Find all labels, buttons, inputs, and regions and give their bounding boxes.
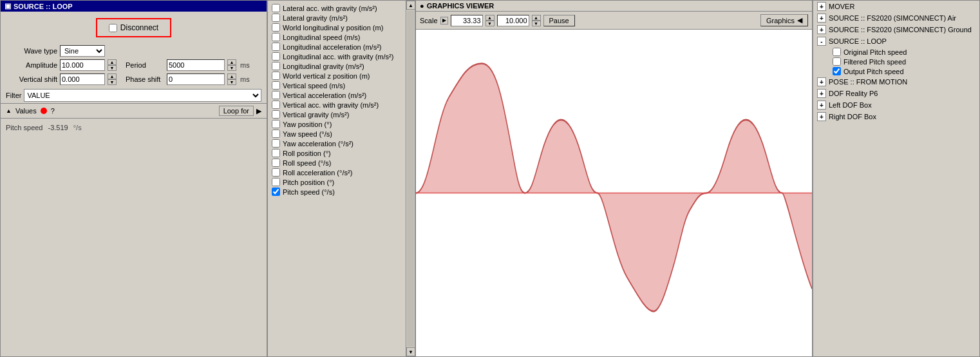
- scale-input-1[interactable]: [451, 15, 483, 26]
- tree-item-dof-reality-p6[interactable]: +DOF Reality P6: [813, 88, 979, 99]
- period-down[interactable]: ▼: [227, 65, 236, 71]
- checkbox-5[interactable]: [272, 52, 280, 61]
- list-item: Vertical acceleration (m/s²): [270, 90, 403, 100]
- checkbox-8[interactable]: [272, 81, 280, 90]
- tree-item-mover[interactable]: +MOVER: [813, 1, 979, 12]
- form-area: Wave type Sine Square Triangle Sawtooth …: [1, 43, 267, 88]
- values-left: ▲ Values ?: [6, 107, 55, 115]
- scale-spinner-2: ▲ ▼: [532, 15, 541, 26]
- checkbox-9[interactable]: [272, 91, 280, 99]
- tree-item-source-fs2020-ground[interactable]: +SOURCE :: FS2020 (SIMCONNECT) Ground: [813, 24, 979, 35]
- checkbox-6[interactable]: [272, 62, 280, 70]
- phase-shift-unit: ms: [240, 75, 250, 83]
- period-input[interactable]: [167, 59, 225, 71]
- sub-checkbox-2[interactable]: [833, 67, 841, 75]
- checkbox-18[interactable]: [272, 178, 280, 186]
- play-button[interactable]: ▶: [440, 17, 448, 24]
- checkbox-17[interactable]: [272, 168, 280, 177]
- checkbox-11[interactable]: [272, 110, 280, 119]
- scale-down-2[interactable]: ▼: [532, 21, 541, 26]
- scroll-down-button[interactable]: ▼: [406, 347, 415, 356]
- right-panel: +MOVER+SOURCE :: FS2020 (SIMCONNECT) Air…: [813, 0, 980, 357]
- loop-for-button[interactable]: Loop for: [219, 106, 254, 116]
- vertical-scrollbar[interactable]: ▲ ▼: [406, 1, 415, 356]
- scale-input-2[interactable]: [497, 15, 529, 26]
- expand-icon-pose-from-motion[interactable]: +: [817, 77, 826, 86]
- expand-icon-mover[interactable]: +: [817, 2, 826, 11]
- loop-arrow-icon: ▶: [256, 107, 261, 115]
- scroll-thumb[interactable]: [407, 10, 414, 347]
- scale-label: Scale: [420, 17, 438, 24]
- checkbox-label-10: Vertical acc. with gravity (m/s²): [283, 101, 379, 109]
- amplitude-up[interactable]: ▲: [108, 59, 117, 65]
- checkbox-12[interactable]: [272, 120, 280, 128]
- checkbox-1[interactable]: [272, 14, 280, 22]
- list-item: Pitch speed (°/s): [270, 187, 403, 197]
- list-item: Yaw speed (°/s): [270, 129, 403, 139]
- phase-shift-input[interactable]: [167, 73, 225, 85]
- checkbox-3[interactable]: [272, 33, 280, 41]
- expand-icon-source-loop[interactable]: -: [817, 37, 826, 46]
- tree-check-item-2: Output Pitch speed: [813, 66, 979, 76]
- list-item: Vertical speed (m/s): [270, 81, 403, 90]
- expand-icon-right-dof-box[interactable]: +: [817, 112, 826, 121]
- checkbox-label-2: World longitudinal y position (m): [283, 24, 383, 32]
- filter-select[interactable]: VALUE LOWPASS HIGHPASS: [24, 89, 261, 102]
- disconnect-area: Disconnect: [1, 12, 267, 43]
- vertical-shift-input[interactable]: [60, 73, 105, 85]
- graphics-viewer-title: GRAPHICS VIEWER: [427, 2, 495, 10]
- wave-type-select[interactable]: Sine Square Triangle Sawtooth: [60, 45, 105, 57]
- question-mark[interactable]: ?: [51, 107, 55, 115]
- checkbox-19[interactable]: [272, 188, 280, 196]
- expand-icon-left-dof-box[interactable]: +: [817, 101, 826, 110]
- sub-checkbox-0[interactable]: [833, 48, 841, 56]
- list-item: World vertical z position (m): [270, 71, 403, 81]
- graphics-title-bar: ● GRAPHICS VIEWER: [416, 1, 812, 12]
- sub-label-0: Original Pitch speed: [843, 48, 907, 56]
- checkbox-15[interactable]: [272, 149, 280, 157]
- tree-item-pose-from-motion[interactable]: +POSE :: FROM MOTION: [813, 76, 979, 88]
- phase-shift-up[interactable]: ▲: [227, 73, 236, 79]
- amplitude-input[interactable]: [60, 59, 105, 71]
- graphics-button[interactable]: Graphics ◀: [760, 14, 808, 26]
- tree-item-right-dof-box[interactable]: +Right DOF Box: [813, 111, 979, 122]
- expand-icon-source-fs2020-ground[interactable]: +: [817, 25, 826, 34]
- period-up[interactable]: ▲: [227, 59, 236, 65]
- phase-shift-down[interactable]: ▼: [227, 79, 236, 85]
- tree-item-source-fs2020-air[interactable]: +SOURCE :: FS2020 (SIMCONNECT) Air: [813, 12, 979, 24]
- scale-up-1[interactable]: ▲: [485, 15, 495, 21]
- list-item: Longitudinal acceleration (m/s²): [270, 42, 403, 52]
- amplitude-down[interactable]: ▼: [108, 65, 117, 71]
- tree-label-right-dof-box: Right DOF Box: [829, 113, 876, 121]
- loop-for-area: Loop for ▶: [219, 106, 261, 116]
- checkbox-label-16: Roll speed (°/s): [283, 159, 331, 167]
- tree-item-source-loop[interactable]: -SOURCE :: LOOP: [813, 35, 979, 47]
- vertical-shift-up[interactable]: ▲: [108, 73, 117, 79]
- checkbox-10[interactable]: [272, 101, 280, 109]
- tree-item-left-dof-box[interactable]: +Left DOF Box: [813, 99, 979, 111]
- disconnect-checkbox[interactable]: [109, 24, 117, 32]
- right-tree: +MOVER+SOURCE :: FS2020 (SIMCONNECT) Air…: [813, 1, 979, 122]
- checkbox-7[interactable]: [272, 72, 280, 80]
- checkbox-label-8: Vertical speed (m/s): [283, 82, 345, 90]
- vertical-shift-down[interactable]: ▼: [108, 79, 117, 85]
- wave-type-label: Wave type: [6, 47, 57, 55]
- sub-label-2: Output Pitch speed: [843, 68, 904, 75]
- checkbox-14[interactable]: [272, 139, 280, 148]
- expand-icon-source-fs2020-air[interactable]: +: [817, 14, 826, 23]
- scale-down-1[interactable]: ▼: [485, 21, 495, 26]
- scroll-up-button[interactable]: ▲: [406, 1, 415, 10]
- checkbox-16[interactable]: [272, 159, 280, 167]
- checkbox-2[interactable]: [272, 23, 280, 32]
- list-item: Yaw acceleration (°/s²): [270, 139, 403, 148]
- pause-button[interactable]: Pause: [543, 15, 575, 26]
- scale-up-2[interactable]: ▲: [532, 15, 541, 21]
- expand-icon-dof-reality-p6[interactable]: +: [817, 89, 826, 98]
- checkbox-0[interactable]: [272, 4, 280, 12]
- checkbox-13[interactable]: [272, 130, 280, 138]
- sub-checkbox-1[interactable]: [833, 57, 841, 66]
- disconnect-button[interactable]: Disconnect: [96, 18, 171, 37]
- amplitude-spinner: ▲ ▼: [108, 59, 117, 71]
- checkbox-4[interactable]: [272, 43, 280, 51]
- period-label: Period: [126, 61, 164, 69]
